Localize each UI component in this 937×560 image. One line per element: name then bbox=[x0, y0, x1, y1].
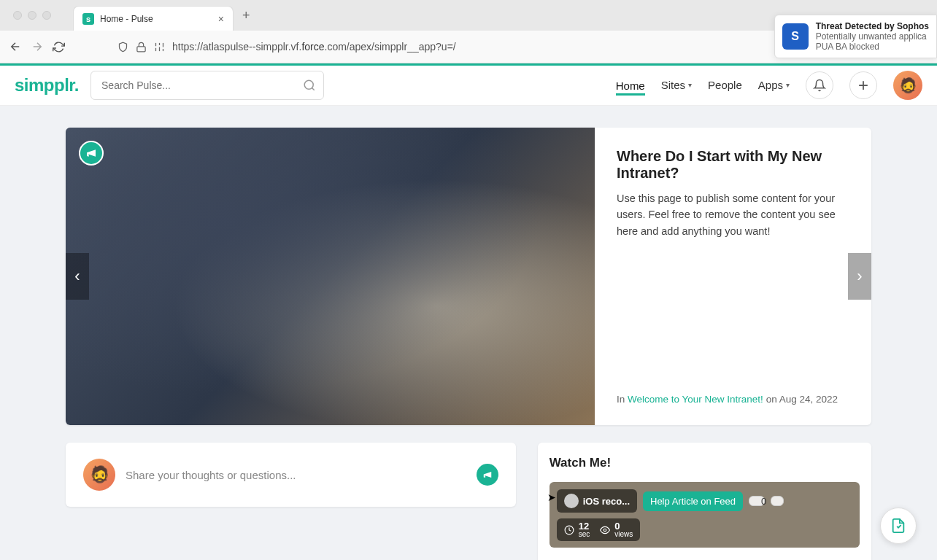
link-pill[interactable] bbox=[771, 496, 784, 506]
reload-button[interactable] bbox=[53, 41, 65, 53]
settings-icon bbox=[154, 42, 165, 52]
browser-tab[interactable]: s Home - Pulse × bbox=[73, 6, 234, 31]
duration-stat: 12sec 0views bbox=[557, 518, 641, 541]
system-notification[interactable]: S Threat Detected by Sophos Potentially … bbox=[774, 15, 937, 58]
watch-title: Watch Me! bbox=[550, 456, 860, 470]
eye-icon bbox=[600, 525, 610, 535]
chevron-down-icon: ▾ bbox=[786, 81, 790, 89]
comments-pill[interactable]: 0 bbox=[749, 496, 765, 506]
watch-card: Watch Me! iOS reco... Help Article on Fe… bbox=[538, 443, 871, 560]
shield-icon bbox=[117, 42, 128, 52]
compose-avatar: 🧔 bbox=[83, 459, 115, 491]
nav-people[interactable]: People bbox=[708, 79, 742, 93]
hero-text: Where Do I Start with My New Intranet? U… bbox=[595, 128, 871, 425]
maximize-window[interactable] bbox=[42, 11, 51, 20]
compose-input[interactable]: Share your thoughts or questions... bbox=[126, 469, 466, 481]
hero-meta: In Welcome to Your New Intranet! on Aug … bbox=[617, 394, 849, 405]
megaphone-icon[interactable] bbox=[477, 464, 498, 486]
nav-sites[interactable]: Sites▾ bbox=[661, 79, 692, 93]
close-window[interactable] bbox=[13, 11, 22, 20]
tab-title: Home - Pulse bbox=[100, 14, 212, 24]
nav-apps[interactable]: Apps▾ bbox=[758, 79, 790, 93]
search-icon[interactable] bbox=[299, 75, 320, 96]
lock-icon bbox=[136, 42, 147, 52]
svg-point-7 bbox=[304, 80, 313, 89]
hero-card: ‹ › Where Do I Start with My New Intrane… bbox=[66, 128, 871, 425]
svg-point-12 bbox=[604, 529, 607, 532]
video-badge: Help Article on Feed bbox=[643, 491, 743, 511]
notification-text: Threat Detected by Sophos Potentially un… bbox=[816, 21, 929, 52]
megaphone-icon bbox=[79, 141, 104, 166]
sophos-icon: S bbox=[782, 23, 809, 50]
video-title-pill: iOS reco... bbox=[557, 489, 637, 513]
search-input[interactable] bbox=[90, 71, 324, 100]
hero-meta-link[interactable]: Welcome to Your New Intranet! bbox=[628, 394, 763, 405]
compose-fab[interactable] bbox=[880, 508, 917, 544]
clock-icon bbox=[564, 525, 574, 535]
add-button[interactable]: + bbox=[849, 71, 877, 99]
minimize-window[interactable] bbox=[28, 11, 36, 20]
nav-home[interactable]: Home bbox=[616, 76, 645, 96]
window-controls[interactable] bbox=[6, 11, 58, 20]
close-tab-icon[interactable]: × bbox=[218, 13, 224, 25]
main-nav: Home Sites▾ People Apps▾ + 🧔 bbox=[616, 71, 922, 100]
svg-rect-0 bbox=[137, 46, 145, 51]
app-header: simpplr. Home Sites▾ People Apps▾ + 🧔 bbox=[0, 63, 937, 106]
hero-title: Where Do I Start with My New Intranet? bbox=[617, 148, 849, 182]
video-author-avatar bbox=[564, 494, 579, 508]
hero-description: Use this page to publish some content fo… bbox=[617, 190, 849, 239]
notifications-button[interactable] bbox=[806, 71, 833, 99]
svg-line-8 bbox=[312, 88, 315, 90]
video-embed[interactable]: iOS reco... Help Article on Feed 0 12sec bbox=[550, 482, 860, 548]
main-content: ‹ › Where Do I Start with My New Intrane… bbox=[0, 106, 937, 560]
carousel-next[interactable]: › bbox=[848, 253, 871, 300]
forward-button[interactable] bbox=[31, 40, 44, 53]
mouse-cursor: ➤ bbox=[547, 491, 556, 503]
url-text: https://atlaspulse--simpplr.vf.force.com… bbox=[172, 41, 456, 52]
chevron-down-icon: ▾ bbox=[688, 81, 692, 89]
tab-favicon: s bbox=[82, 13, 94, 25]
user-avatar[interactable]: 🧔 bbox=[893, 71, 922, 100]
new-tab-button[interactable]: + bbox=[242, 8, 250, 23]
compose-card: 🧔 Share your thoughts or questions... bbox=[66, 443, 516, 507]
logo[interactable]: simpplr. bbox=[15, 75, 79, 96]
back-button[interactable] bbox=[9, 40, 22, 53]
carousel-prev[interactable]: ‹ bbox=[66, 253, 89, 300]
search-wrap bbox=[90, 71, 324, 100]
hero-image: ‹ bbox=[66, 128, 595, 425]
